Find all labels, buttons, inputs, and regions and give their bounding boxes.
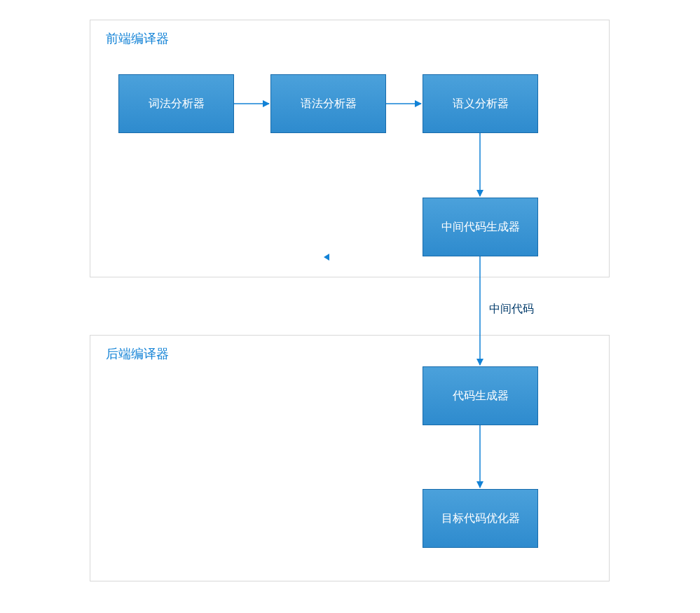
node-icg-label: 中间代码生成器	[441, 220, 520, 235]
node-optim-label: 目标代码优化器	[441, 511, 520, 526]
node-target-code-optimizer: 目标代码优化器	[423, 489, 538, 548]
node-semantic-label: 语义分析器	[453, 97, 509, 111]
group-backend-title: 后端编译器	[106, 345, 169, 362]
node-intermediate-code-generator: 中间代码生成器	[423, 198, 538, 256]
diagram-canvas: 前端编译器 后端编译器 词法分析器 语法分析器 语义分析器 中间代码生成器 代码…	[90, 20, 610, 587]
node-parser-label: 语法分析器	[301, 97, 357, 111]
node-parser: 语法分析器	[270, 74, 386, 133]
node-codegen-label: 代码生成器	[453, 389, 509, 404]
node-code-generator: 代码生成器	[423, 366, 538, 425]
group-frontend-title: 前端编译器	[106, 30, 169, 47]
node-semantic: 语义分析器	[423, 74, 538, 133]
node-lexer: 词法分析器	[118, 74, 234, 133]
edge-label-intermediate-code: 中间代码	[489, 302, 534, 317]
node-lexer-label: 词法分析器	[149, 97, 205, 111]
chevron-left-icon	[324, 254, 329, 261]
